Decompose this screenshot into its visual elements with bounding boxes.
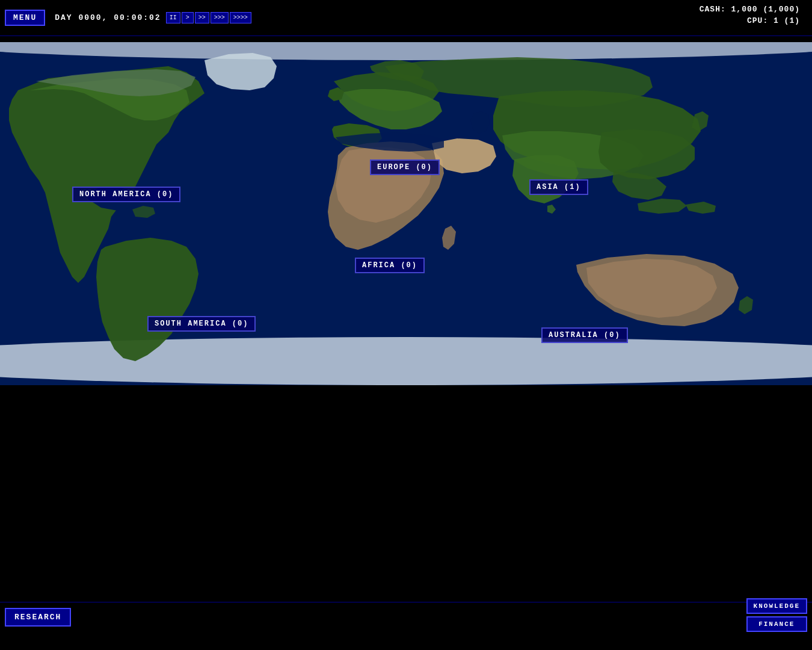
fast-button[interactable]: >> xyxy=(195,12,209,23)
fastest-button[interactable]: >>>> xyxy=(230,12,251,23)
region-south-america[interactable]: SOUTH AMERICA (0) xyxy=(147,316,256,332)
cash-display: CASH: 1,000 (1,000) xyxy=(700,5,800,14)
menu-button[interactable]: MENU xyxy=(5,10,45,26)
right-buttons: KNOWLEDGE FINANCE xyxy=(746,598,807,632)
research-button[interactable]: RESEARCH xyxy=(5,608,71,627)
region-asia[interactable]: ASIA (1) xyxy=(529,179,588,195)
time-controls: II > >> >>> >>>> xyxy=(166,12,251,23)
bottom-bar: RESEARCH KNOWLEDGE FINANCE xyxy=(0,602,812,650)
map-top-black xyxy=(0,36,812,42)
faster-button[interactable]: >>> xyxy=(211,12,229,23)
map-svg xyxy=(0,42,812,385)
knowledge-button[interactable]: KNOWLEDGE xyxy=(746,598,807,614)
finance-button[interactable]: FINANCE xyxy=(746,616,807,632)
day-display: DAY 0000, 00:00:02 xyxy=(55,13,161,22)
region-africa[interactable]: AFRICA (0) xyxy=(355,258,425,273)
map-bottom-black xyxy=(0,385,812,506)
world-map[interactable]: NORTH AMERICA (0) EUROPE (0) ASIA (1) AF… xyxy=(0,42,812,385)
play-button[interactable]: > xyxy=(182,12,194,23)
cpu-display: CPU: 1 (1) xyxy=(700,16,800,25)
region-north-america[interactable]: NORTH AMERICA (0) xyxy=(72,187,180,202)
region-europe[interactable]: EUROPE (0) xyxy=(370,159,440,175)
map-container: NORTH AMERICA (0) EUROPE (0) ASIA (1) AF… xyxy=(0,36,812,506)
resource-display: CASH: 1,000 (1,000) CPU: 1 (1) xyxy=(700,5,800,25)
top-bar: MENU DAY 0000, 00:00:02 II > >> >>> >>>>… xyxy=(0,0,812,36)
region-australia[interactable]: AUSTRALIA (0) xyxy=(541,327,628,343)
pause-button[interactable]: II xyxy=(166,12,180,23)
